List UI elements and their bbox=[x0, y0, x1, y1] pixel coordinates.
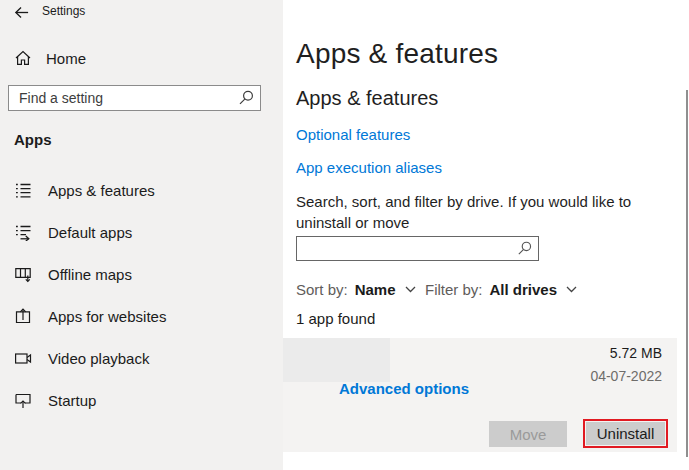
app-search-input[interactable] bbox=[296, 236, 539, 261]
sort-by-label: Sort by: bbox=[296, 281, 348, 298]
settings-search-box bbox=[8, 85, 261, 111]
default-apps-icon bbox=[14, 223, 32, 241]
app-execution-aliases-link[interactable]: App execution aliases bbox=[296, 159, 442, 176]
video-playback-icon bbox=[14, 349, 32, 367]
filter-by-dropdown[interactable]: Filter by: All drives bbox=[425, 281, 577, 298]
sort-by-value: Name bbox=[355, 281, 396, 298]
chevron-down-icon bbox=[405, 286, 416, 293]
sidebar-item-startup[interactable]: Startup bbox=[0, 379, 283, 421]
move-button[interactable]: Move bbox=[489, 421, 567, 447]
sidebar-item-home[interactable]: Home bbox=[8, 44, 274, 72]
search-icon[interactable] bbox=[516, 240, 533, 257]
sidebar-nav: Apps & features Default apps bbox=[0, 169, 283, 421]
app-install-date: 04-07-2022 bbox=[590, 368, 662, 384]
settings-search-input[interactable] bbox=[8, 85, 261, 111]
sort-by-dropdown[interactable]: Sort by: Name bbox=[296, 281, 416, 298]
sidebar-item-label: Apps for websites bbox=[48, 308, 166, 325]
filter-by-label: Filter by: bbox=[425, 281, 483, 298]
sidebar-item-label: Video playback bbox=[48, 350, 149, 367]
uninstall-button[interactable]: Uninstall bbox=[586, 422, 665, 445]
home-icon bbox=[14, 49, 32, 67]
app-name-redacted bbox=[283, 338, 390, 382]
sidebar-item-label: Apps & features bbox=[48, 182, 155, 199]
sidebar-item-label: Default apps bbox=[48, 224, 132, 241]
uninstall-highlight-box: Uninstall bbox=[583, 419, 668, 448]
back-button[interactable] bbox=[10, 2, 32, 22]
sidebar-item-offline-maps[interactable]: Offline maps bbox=[0, 253, 283, 295]
back-arrow-icon bbox=[13, 4, 30, 21]
sidebar: Settings Home Apps bbox=[0, 0, 283, 470]
chevron-down-icon bbox=[566, 286, 577, 293]
settings-window: Settings Home Apps bbox=[0, 0, 689, 470]
apps-features-icon bbox=[14, 181, 32, 199]
section-title: Apps & features bbox=[296, 87, 438, 110]
sidebar-home-label: Home bbox=[46, 50, 86, 67]
search-icon[interactable] bbox=[237, 89, 255, 107]
sidebar-item-apps-for-websites[interactable]: Apps for websites bbox=[0, 295, 283, 337]
sidebar-section-header: Apps bbox=[14, 131, 52, 148]
sidebar-item-video-playback[interactable]: Video playback bbox=[0, 337, 283, 379]
startup-icon bbox=[14, 391, 32, 409]
app-search-box bbox=[296, 236, 539, 261]
optional-features-link[interactable]: Optional features bbox=[296, 126, 410, 143]
app-size: 5.72 MB bbox=[610, 345, 662, 361]
apps-for-websites-icon bbox=[14, 307, 32, 325]
sidebar-item-default-apps[interactable]: Default apps bbox=[0, 211, 283, 253]
offline-maps-icon bbox=[14, 265, 32, 283]
app-list-item[interactable]: 5.72 MB 04-07-2022 Advanced options Move… bbox=[283, 338, 677, 452]
sidebar-item-label: Startup bbox=[48, 392, 96, 409]
description-line-1: Search, sort, and filter by drive. If yo… bbox=[296, 191, 689, 233]
page-title: Apps & features bbox=[296, 38, 498, 70]
sidebar-item-apps-features[interactable]: Apps & features bbox=[0, 169, 283, 211]
window-title: Settings bbox=[42, 4, 85, 18]
filter-by-value: All drives bbox=[490, 281, 558, 298]
advanced-options-link[interactable]: Advanced options bbox=[339, 380, 469, 397]
result-count: 1 app found bbox=[296, 310, 375, 327]
vertical-scrollbar[interactable] bbox=[686, 90, 688, 457]
sidebar-item-label: Offline maps bbox=[48, 266, 132, 283]
